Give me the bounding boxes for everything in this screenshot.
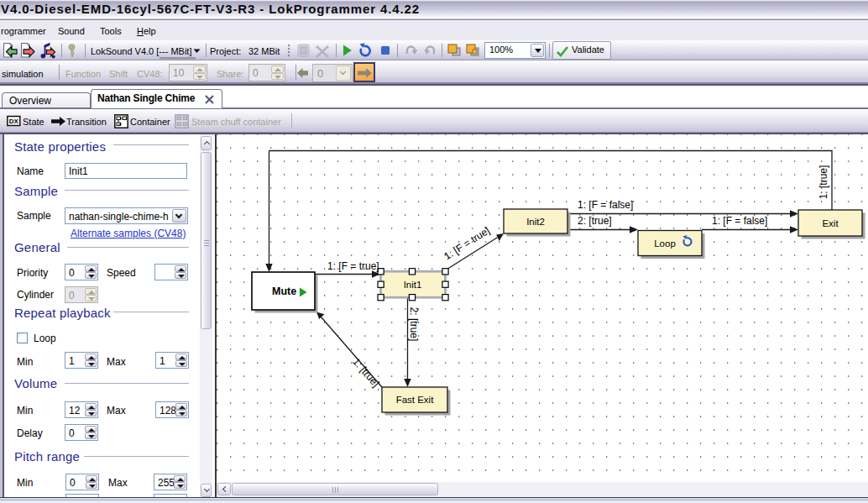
svg-text:1: [true]: 1: [true]	[818, 165, 829, 199]
svg-text:Mute: Mute	[272, 285, 296, 296]
svg-text:1: [F = false]: 1: [F = false]	[578, 199, 633, 211]
svg-text:2: [true]: 2: [true]	[578, 215, 612, 227]
svg-text:Init2: Init2	[526, 216, 545, 226]
svg-text:1: [F = true]: 1: [F = true]	[327, 259, 379, 271]
svg-text:1: [F = false]: 1: [F = false]	[712, 215, 767, 227]
svg-text:Fast Exit: Fast Exit	[396, 395, 435, 405]
svg-text:DX: DX	[9, 118, 19, 125]
svg-text:Loop: Loop	[654, 238, 676, 248]
svg-text:Exit: Exit	[822, 217, 839, 228]
svg-text:Init1: Init1	[404, 279, 422, 289]
svg-text:2: [true]: 2: [true]	[408, 307, 420, 341]
